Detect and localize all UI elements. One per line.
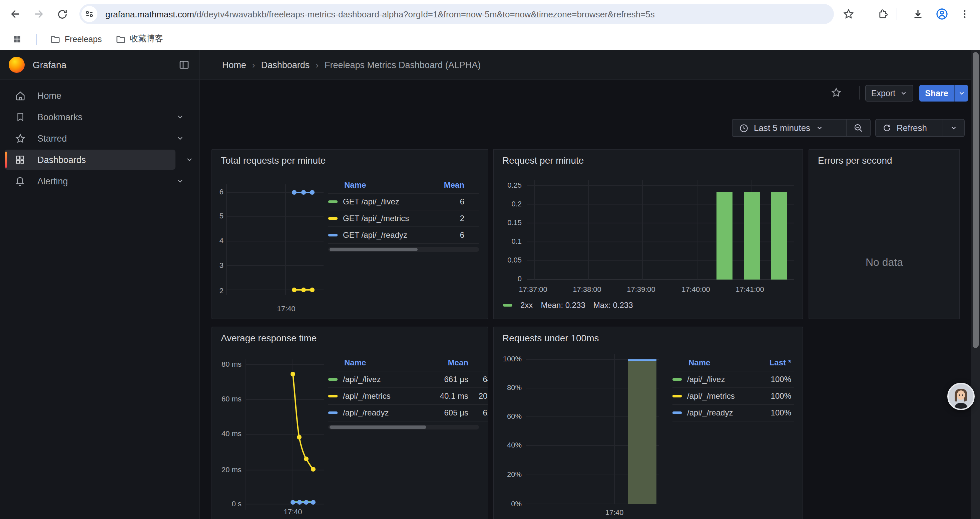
legend-series-name[interactable]: 2xx	[520, 300, 533, 310]
assistant-avatar[interactable]	[947, 383, 975, 410]
bookmark-star-icon[interactable]	[840, 5, 857, 23]
legend-col-name[interactable]: Name	[328, 358, 427, 367]
chevron-down-icon[interactable]	[185, 156, 194, 164]
zoom-out-button[interactable]	[846, 120, 870, 136]
refresh-button[interactable]: Refresh	[876, 120, 943, 136]
dock-menu-icon[interactable]	[178, 59, 190, 71]
download-icon[interactable]	[909, 5, 927, 23]
legend-col-mean[interactable]: Mean	[427, 358, 468, 367]
bookmarks-divider	[36, 34, 37, 45]
legend-row[interactable]: /api/_/livez 100%	[673, 371, 794, 388]
extensions-icon[interactable]	[874, 5, 891, 23]
panel-request-per-minute[interactable]: Request per minute 0.25 0.2 0.15 0.1 0.0…	[493, 149, 803, 319]
clock-icon	[739, 123, 749, 133]
sidebar-item-dashboards[interactable]: Dashboards	[5, 150, 175, 170]
grafana-logo[interactable]	[9, 57, 25, 73]
share-dropdown-button[interactable]	[954, 85, 968, 102]
panel-legend: 2xx Mean: 0.233 Max: 0.233	[503, 300, 633, 310]
bookmark-label: 收藏博客	[130, 34, 163, 45]
sidebar-item-starred[interactable]: Starred	[5, 128, 189, 148]
chevron-down-icon[interactable]	[176, 134, 184, 142]
series-color-blue	[673, 412, 682, 414]
chevron-down-icon	[958, 89, 965, 97]
chevron-down-icon[interactable]	[176, 113, 184, 121]
forward-icon[interactable]	[30, 5, 48, 23]
sidebar-item-label: Dashboards	[37, 155, 175, 164]
export-button[interactable]: Export	[865, 85, 913, 102]
legend-row[interactable]: /api/_/readyz 605 µs 620 µs	[328, 405, 488, 422]
panel-average-response-time[interactable]: Average response time 80 ms 60 ms 40 ms …	[212, 327, 488, 519]
browser-toolbar: grafana.mathmast.com/d/deytv4rwavabkb/fr…	[0, 0, 980, 28]
sidebar-item-label: Alerting	[37, 176, 176, 186]
series-metrics	[292, 287, 315, 292]
sidebar-item-home[interactable]: Home	[5, 86, 189, 105]
legend-row[interactable]: GET /api/_/metrics 2	[328, 211, 479, 227]
panel-errors-per-second[interactable]: Errors per second No data	[808, 149, 960, 319]
x-tick: 17:41:00	[731, 285, 768, 293]
legend-row[interactable]: /api/_/metrics 100%	[673, 388, 794, 405]
legend-col-mean[interactable]: Mean	[424, 180, 479, 190]
breadcrumb-dashboards[interactable]: Dashboards	[261, 60, 310, 70]
legend-row[interactable]: /api/_/metrics 40.1 ms 20.5 ms	[328, 388, 488, 405]
legend-row[interactable]: GET /api/_/readyz 6	[328, 227, 479, 244]
bookmark-folder-freeleaps[interactable]: Freeleaps	[50, 34, 102, 45]
reload-icon[interactable]	[53, 5, 71, 23]
favorite-star-icon[interactable]	[830, 87, 842, 98]
browser-menu-icon[interactable]	[956, 5, 973, 23]
panel-title[interactable]: Request per minute	[502, 155, 584, 166]
legend-col-name[interactable]: Name	[673, 358, 755, 367]
profile-icon[interactable]	[933, 5, 951, 23]
url-text: grafana.mathmast.com/d/deytv4rwavabkb/fr…	[105, 9, 655, 19]
bars-2xx	[716, 192, 787, 279]
legend-row[interactable]: GET /api/_/livez 6	[328, 194, 479, 211]
legend-scrollbar[interactable]	[328, 247, 479, 252]
legend-col-last[interactable]: Las	[468, 358, 488, 367]
series-color-yellow	[328, 217, 337, 220]
line-chart[interactable]	[226, 184, 323, 299]
address-bar[interactable]: grafana.mathmast.com/d/deytv4rwavabkb/fr…	[80, 4, 834, 24]
breadcrumb-home[interactable]: Home	[222, 60, 246, 70]
panel-total-requests-per-minute[interactable]: Total requests per minute 6 5 4 3 2	[212, 149, 488, 319]
bookmarks-bar: Freeleaps 收藏博客	[0, 28, 980, 50]
back-icon[interactable]	[7, 5, 24, 23]
sidebar-item-label: Home	[37, 91, 189, 101]
chevron-down-icon	[816, 124, 823, 132]
dashboards-grid-icon	[14, 154, 26, 165]
series-color-yellow	[328, 395, 337, 398]
toolbar-divider	[897, 8, 897, 20]
legend-row[interactable]: /api/_/readyz 100%	[673, 405, 794, 422]
legend-col-last[interactable]: Last *	[755, 358, 794, 367]
time-range-picker[interactable]: Last 5 minutes	[732, 120, 846, 136]
share-button[interactable]: Share	[919, 85, 954, 102]
series-color-green	[328, 200, 337, 203]
bar-chart[interactable]	[527, 180, 794, 281]
breadcrumb: Home › Dashboards › Freeleaps Metrics Da…	[222, 50, 480, 80]
line-chart[interactable]	[245, 359, 324, 514]
series-color-blue	[328, 234, 337, 236]
page-scrollbar-thumb[interactable]	[973, 52, 978, 348]
toolbar-divider	[859, 86, 860, 99]
sidebar-item-alerting[interactable]: Alerting	[5, 171, 189, 191]
panel-title[interactable]: Errors per second	[818, 155, 892, 166]
bookmark-folder-blogs[interactable]: 收藏博客	[115, 34, 163, 45]
panel-title[interactable]: Average response time	[221, 333, 317, 343]
sidebar-item-bookmarks[interactable]: Bookmarks	[5, 107, 189, 127]
site-settings-icon[interactable]	[81, 6, 97, 22]
apps-grid-icon[interactable]	[8, 30, 25, 48]
refresh-interval-dropdown[interactable]	[943, 120, 964, 136]
panel-title[interactable]: Requests under 100ms	[502, 333, 599, 343]
refresh-controls: Refresh	[875, 119, 965, 137]
page-scrollbar[interactable]	[971, 50, 980, 519]
panel-requests-under-100ms[interactable]: Requests under 100ms 100% 80% 60% 40% 20…	[493, 327, 803, 519]
y-tick: 3	[212, 261, 223, 269]
legend-col-name[interactable]: Name	[328, 180, 424, 190]
y-tick: 100%	[494, 355, 522, 363]
chevron-down-icon[interactable]	[176, 177, 184, 185]
legend-scrollbar[interactable]	[328, 425, 479, 430]
bar-chart[interactable]	[526, 354, 659, 509]
time-range-controls: Last 5 minutes	[732, 119, 870, 137]
bookmark-icon	[14, 112, 26, 122]
panel-title[interactable]: Total requests per minute	[221, 155, 326, 166]
legend-row[interactable]: /api/_/livez 661 µs 646 µs	[328, 371, 488, 388]
y-tick: 60%	[494, 412, 522, 420]
